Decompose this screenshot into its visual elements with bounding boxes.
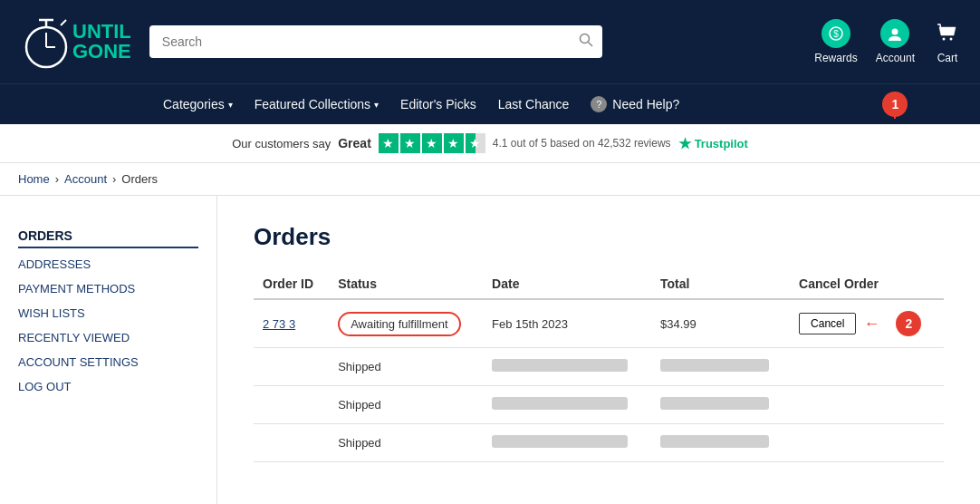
sidebar-item-payment[interactable]: PAYMENT METHODS <box>18 276 198 301</box>
status-badge-1: Awaiting fulfillment <box>338 312 460 336</box>
placeholder-total-4 <box>660 435 769 448</box>
star-1: ★ <box>379 133 399 153</box>
tp-icon: ★ <box>678 135 691 152</box>
order-total-2 <box>651 348 790 386</box>
chevron-down-icon: ▾ <box>228 100 233 110</box>
svg-point-6 <box>580 34 589 44</box>
orders-section: Orders Order ID Status Date Total Cancel… <box>217 196 980 504</box>
placeholder-total-2 <box>660 359 769 372</box>
star-5: ★ <box>466 133 485 153</box>
nav-editors-picks[interactable]: Editor's Picks <box>400 97 476 111</box>
sidebar-item-addresses[interactable]: ADDRESSES <box>18 252 198 276</box>
nav-categories[interactable]: Categories ▾ <box>163 97 233 111</box>
order-total-4 <box>651 424 790 462</box>
cancel-row-annotation: Cancel ← 2 <box>799 311 921 336</box>
star-2: ★ <box>400 133 420 153</box>
account-label: Account <box>876 52 915 64</box>
star-3: ★ <box>422 133 442 153</box>
search-button[interactable] <box>579 33 593 51</box>
table-row: 2 73 3 Awaiting fulfillment Feb 15th 202… <box>254 299 944 348</box>
order-date-1: Feb 15th 2023 <box>483 299 651 348</box>
orders-table: Order ID Status Date Total Cancel Order … <box>254 269 944 462</box>
order-total-1: $34.99 <box>651 299 790 348</box>
order-date-3 <box>483 386 651 424</box>
table-row: Shipped <box>254 424 944 462</box>
svg-point-10 <box>892 29 898 35</box>
nav-featured[interactable]: Featured Collections ▾ <box>255 97 379 111</box>
account-button[interactable]: Account <box>876 19 915 64</box>
order-cancel-2 <box>790 348 944 386</box>
rewards-label: Rewards <box>814 52 857 64</box>
col-cancel: Cancel Order <box>790 269 944 299</box>
order-total-3 <box>651 386 790 424</box>
sidebar-item-orders[interactable]: ORDERS <box>18 223 198 248</box>
breadcrumb-home[interactable]: Home <box>18 172 50 186</box>
col-status: Status <box>329 269 483 299</box>
star-4: ★ <box>444 133 464 153</box>
account-area: Account 1 <box>876 19 915 64</box>
search-icon <box>579 33 593 47</box>
trustpilot-logo[interactable]: ★ Trustpilot <box>678 135 748 152</box>
order-id-1: 2 73 3 <box>254 299 329 348</box>
nav-last-chance[interactable]: Last Chance <box>498 97 570 111</box>
logo[interactable]: UNTIL GONE <box>18 10 131 73</box>
nav-help[interactable]: ? Need Help? <box>591 96 679 112</box>
search-input[interactable] <box>149 25 602 58</box>
trustpilot-stars: ★ ★ ★ ★ ★ <box>379 133 485 153</box>
sidebar-item-recently-viewed[interactable]: RECENTLY VIEWED <box>18 325 198 350</box>
trustpilot-prefix: Our customers say <box>232 137 331 150</box>
svg-text:$: $ <box>833 29 839 39</box>
order-cancel-3 <box>790 386 944 424</box>
trustpilot-bar: Our customers say Great ★ ★ ★ ★ ★ 4.1 ou… <box>0 124 980 163</box>
rewards-button[interactable]: $ Rewards <box>814 19 857 64</box>
sidebar-item-logout[interactable]: LOG OUT <box>18 374 198 399</box>
cart-icon <box>933 19 962 48</box>
cart-button[interactable]: Cart <box>933 19 962 64</box>
svg-line-7 <box>588 43 592 47</box>
svg-point-12 <box>950 38 953 41</box>
breadcrumb-sep-1: › <box>55 172 59 186</box>
svg-point-11 <box>943 38 946 41</box>
breadcrumb-account[interactable]: Account <box>64 172 107 186</box>
sidebar-item-wishlists[interactable]: WISH LISTS <box>18 301 198 325</box>
logo-until: UNTIL <box>72 22 131 42</box>
table-row: Shipped <box>254 386 944 424</box>
order-cancel-cell-1: Cancel ← 2 <box>790 299 944 348</box>
annotation-1-container: 1 <box>894 92 896 119</box>
cancel-button-1[interactable]: Cancel <box>799 313 856 334</box>
annotation-1-circle: 1 <box>882 92 908 117</box>
sidebar-item-account-settings[interactable]: ACCOUNT SETTINGS <box>18 350 198 374</box>
annotation-2-circle: 2 <box>896 311 921 336</box>
table-row: Shipped <box>254 348 944 386</box>
orders-title: Orders <box>254 223 944 251</box>
nav-bar: Categories ▾ Featured Collections ▾ Edit… <box>0 83 980 124</box>
placeholder-total-3 <box>660 397 769 410</box>
order-status-3: Shipped <box>329 386 483 424</box>
col-total: Total <box>651 269 790 299</box>
search-bar <box>149 25 602 58</box>
breadcrumb: Home › Account › Orders <box>0 163 980 196</box>
order-cancel-4 <box>790 424 944 462</box>
logo-icon <box>21 13 71 72</box>
orders-table-header: Order ID Status Date Total Cancel Order <box>254 269 944 299</box>
order-status-2: Shipped <box>329 348 483 386</box>
col-date: Date <box>483 269 651 299</box>
rewards-icon: $ <box>821 19 850 48</box>
logo-gone: GONE <box>72 42 131 62</box>
trustpilot-rating-text: 4.1 out of 5 based on 42,532 reviews <box>493 137 671 150</box>
breadcrumb-sep-2: › <box>112 172 116 186</box>
orders-table-body: 2 73 3 Awaiting fulfillment Feb 15th 202… <box>254 299 944 462</box>
cart-label: Cart <box>937 52 958 64</box>
placeholder-date-2 <box>492 359 628 372</box>
annotation-arrow-left: ← <box>863 315 879 334</box>
trustpilot-rating-word: Great <box>338 136 371 150</box>
order-date-2 <box>483 348 651 386</box>
svg-line-5 <box>61 20 66 25</box>
col-order-id: Order ID <box>254 269 329 299</box>
order-id-link-1[interactable]: 2 73 3 <box>263 317 295 331</box>
header: UNTIL GONE $ Rewards <box>0 0 980 83</box>
order-date-4 <box>483 424 651 462</box>
order-status-1: Awaiting fulfillment <box>329 299 483 348</box>
main-content: ORDERS ADDRESSES PAYMENT METHODS WISH LI… <box>0 196 980 504</box>
breadcrumb-orders: Orders <box>121 172 158 186</box>
